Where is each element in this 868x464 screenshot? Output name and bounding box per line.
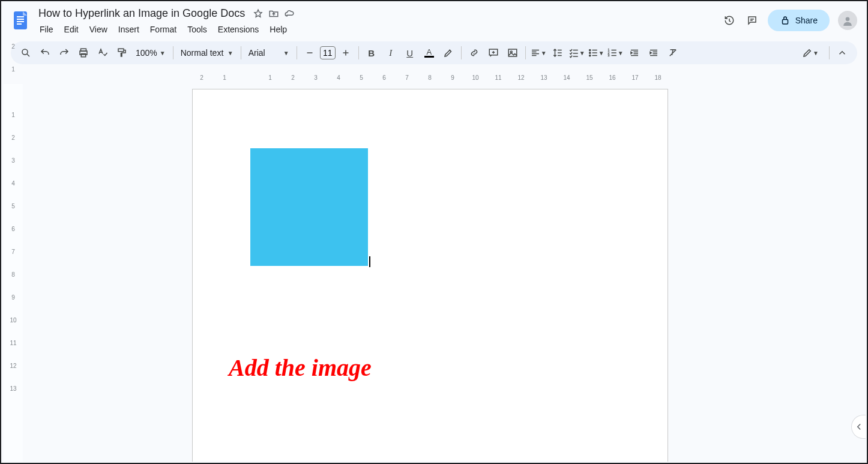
ruler-mark: 17 — [624, 72, 646, 83]
menu-help[interactable]: Help — [265, 22, 292, 37]
separator — [829, 46, 830, 59]
share-button[interactable]: Share — [768, 10, 830, 31]
ruler-horizontal[interactable]: 21123456789101112131415161718 — [22, 72, 858, 83]
clear-formatting-icon[interactable] — [664, 44, 682, 62]
numbered-list-icon[interactable]: 123▼ — [606, 44, 624, 62]
zoom-select[interactable]: 100%▼ — [132, 48, 169, 58]
ruler-mark: 2 — [190, 72, 213, 83]
menu-format[interactable]: Format — [145, 22, 181, 37]
ruler-mark: 11 — [487, 72, 510, 83]
caret-down-icon: ▼ — [813, 50, 819, 56]
bulleted-list-icon[interactable]: ▼ — [587, 44, 605, 62]
docs-logo[interactable] — [8, 8, 32, 32]
increase-indent-icon[interactable] — [645, 44, 663, 62]
svg-text:3: 3 — [607, 53, 609, 57]
history-icon[interactable] — [722, 13, 737, 28]
svg-rect-1 — [17, 16, 24, 17]
svg-rect-2 — [17, 19, 24, 20]
canvas[interactable]: Add the image — [24, 84, 858, 462]
ruler-mark: 2 — [282, 72, 304, 83]
comments-icon[interactable] — [745, 13, 759, 28]
caret-down-icon: ▼ — [283, 50, 289, 56]
ruler-mark: 2 — [4, 134, 23, 141]
cloud-status-icon[interactable] — [283, 8, 295, 20]
move-icon[interactable] — [268, 8, 280, 20]
caret-down-icon: ▼ — [541, 50, 547, 56]
decrease-fontsize-icon[interactable] — [301, 44, 319, 62]
add-comment-icon[interactable] — [484, 44, 502, 62]
menubar: File Edit View Insert Format Tools Exten… — [35, 22, 722, 37]
document-page[interactable]: Add the image — [192, 89, 668, 462]
share-label: Share — [795, 16, 818, 25]
menu-view[interactable]: View — [85, 22, 112, 37]
ruler-mark: 7 — [396, 72, 418, 83]
ruler-vertical[interactable]: 2112345678910111213 — [4, 84, 23, 462]
svg-point-6 — [846, 17, 850, 21]
caret-down-icon: ▼ — [618, 50, 624, 56]
line-spacing-icon[interactable] — [549, 44, 567, 62]
svg-point-7 — [22, 49, 28, 55]
svg-rect-3 — [17, 21, 24, 22]
ruler-mark: 1 — [4, 66, 23, 73]
fontsize-input[interactable] — [320, 46, 336, 59]
print-icon[interactable] — [74, 44, 92, 62]
menu-edit[interactable]: Edit — [59, 22, 83, 37]
ruler-mark: 11 — [4, 340, 23, 346]
ruler-mark: 10 — [464, 72, 487, 83]
insert-image-icon[interactable] — [504, 44, 522, 62]
ruler-mark: 5 — [350, 72, 373, 83]
ruler-mark: 3 — [304, 72, 327, 83]
text-cursor — [369, 256, 370, 267]
ruler-mark: 8 — [418, 72, 441, 83]
menu-insert[interactable]: Insert — [113, 22, 144, 37]
checklist-icon[interactable]: ▼ — [568, 44, 586, 62]
zoom-value: 100% — [136, 48, 157, 58]
link-icon[interactable] — [465, 44, 483, 62]
ruler-mark: 12 — [4, 363, 23, 369]
decrease-indent-icon[interactable] — [625, 44, 643, 62]
ruler-mark: 5 — [4, 203, 23, 209]
document-title[interactable]: How to Hyperlink an Image in Google Docs — [35, 6, 249, 21]
italic-icon[interactable]: I — [382, 44, 400, 62]
paint-format-icon[interactable] — [113, 44, 131, 62]
ruler-mark — [236, 72, 259, 83]
svg-rect-5 — [782, 20, 788, 25]
separator — [461, 46, 462, 59]
svg-point-17 — [589, 55, 590, 56]
text-color-icon[interactable]: A — [420, 44, 438, 62]
editing-mode-icon[interactable]: ▼ — [795, 44, 825, 62]
caret-down-icon: ▼ — [160, 50, 166, 56]
account-avatar[interactable] — [838, 11, 857, 30]
ruler-mark: 9 — [441, 72, 464, 83]
align-icon[interactable]: ▼ — [529, 44, 547, 62]
ruler-mark: 6 — [4, 226, 23, 232]
svg-rect-11 — [118, 49, 124, 52]
spellcheck-icon[interactable] — [94, 44, 112, 62]
undo-icon[interactable] — [36, 44, 54, 62]
bold-icon[interactable]: B — [363, 44, 381, 62]
inserted-image[interactable] — [250, 148, 368, 266]
ruler-mark: 1 — [213, 72, 236, 83]
svg-rect-4 — [17, 23, 22, 25]
menu-file[interactable]: File — [35, 22, 58, 37]
star-icon[interactable] — [252, 8, 264, 20]
highlight-icon[interactable] — [439, 44, 457, 62]
ruler-mark: 15 — [578, 72, 601, 83]
increase-fontsize-icon[interactable] — [337, 44, 355, 62]
underline-icon[interactable]: U — [401, 44, 419, 62]
ruler-mark: 14 — [555, 72, 578, 83]
ruler-mark: 16 — [601, 72, 624, 83]
svg-point-16 — [589, 52, 590, 53]
menu-tools[interactable]: Tools — [182, 22, 212, 37]
redo-icon[interactable] — [55, 44, 73, 62]
svg-rect-13 — [508, 49, 517, 56]
font-select[interactable]: Arial▼ — [245, 48, 293, 58]
ruler-mark: 12 — [510, 72, 532, 83]
caret-down-icon: ▼ — [579, 50, 585, 56]
caret-down-icon: ▼ — [228, 50, 234, 56]
paragraph-style-select[interactable]: Normal text▼ — [177, 48, 237, 58]
caret-down-icon: ▼ — [598, 50, 604, 56]
ruler-mark: 3 — [4, 157, 23, 164]
collapse-toolbar-icon[interactable] — [833, 44, 851, 62]
menu-extensions[interactable]: Extensions — [213, 22, 264, 37]
